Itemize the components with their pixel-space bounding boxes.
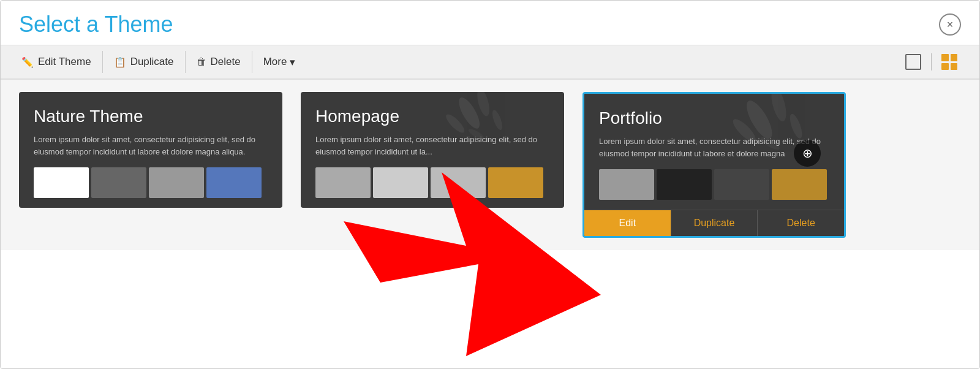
portfolio-swatches: ⊕ <box>599 169 829 200</box>
homepage-swatch-3 <box>431 167 486 198</box>
copy-icon: 📋 <box>114 56 126 68</box>
nature-swatch-4 <box>206 167 262 198</box>
pencil-icon: ✏️ <box>21 56 34 68</box>
portfolio-duplicate-button[interactable]: Duplicate <box>671 210 758 236</box>
close-button[interactable]: × <box>939 13 961 36</box>
theme-card-homepage[interactable]: Homepage Lorem ipsum dolor sit amet, con… <box>301 92 564 208</box>
portfolio-swatch-2 <box>657 169 712 200</box>
single-view-icon <box>905 54 921 70</box>
portfolio-swatch-1 <box>599 169 654 200</box>
nature-theme-desc: Lorem ipsum dolor sit amet, consectetur … <box>34 134 268 158</box>
theme-card-nature[interactable]: Nature Theme Lorem ipsum dolor sit amet,… <box>19 92 282 208</box>
zoom-overlay: ⊕ <box>794 140 821 167</box>
portfolio-card-actions: Edit Duplicate Delete <box>584 210 844 236</box>
view-toggle <box>902 51 961 72</box>
portfolio-card-inner: Portfolio Lorem ipsum dolor sit amet, co… <box>584 94 844 210</box>
nature-theme-name: Nature Theme <box>34 107 268 126</box>
more-button[interactable]: More ▾ <box>252 51 307 74</box>
edit-theme-button[interactable]: ✏️ Edit Theme <box>19 51 103 73</box>
nature-swatch-3 <box>149 167 204 198</box>
portfolio-swatch-3 <box>714 169 769 200</box>
dialog-header: Select a Theme × <box>1 1 979 45</box>
grid-view-button[interactable] <box>938 51 961 72</box>
zoom-icon: ⊕ <box>802 146 813 161</box>
homepage-swatch-4 <box>488 167 543 198</box>
homepage-card-inner: Homepage Lorem ipsum dolor sit amet, con… <box>301 92 564 208</box>
nature-card-inner: Nature Theme Lorem ipsum dolor sit amet,… <box>19 92 282 208</box>
homepage-theme-desc: Lorem ipsum dolor sit amet, consectetur … <box>315 134 549 158</box>
chevron-down-icon: ▾ <box>290 56 295 69</box>
duplicate-button[interactable]: 📋 Duplicate <box>103 51 186 73</box>
homepage-swatches <box>315 167 549 198</box>
portfolio-delete-button[interactable]: Delete <box>757 210 844 236</box>
nature-swatch-2 <box>91 167 146 198</box>
themes-grid: Nature Theme Lorem ipsum dolor sit amet,… <box>19 92 961 238</box>
toolbar-divider <box>931 53 932 70</box>
nature-swatches <box>34 167 268 198</box>
portfolio-theme-name: Portfolio <box>599 108 829 128</box>
nature-swatch-1 <box>34 167 89 198</box>
single-view-button[interactable] <box>902 51 925 72</box>
theme-card-portfolio[interactable]: Portfolio Lorem ipsum dolor sit amet, co… <box>582 92 846 238</box>
portfolio-edit-button[interactable]: Edit <box>584 210 671 236</box>
delete-button[interactable]: 🗑 Delete <box>186 51 252 73</box>
trash-icon: 🗑 <box>197 56 206 67</box>
select-theme-dialog: Select a Theme × ✏️ Edit Theme 📋 Duplica… <box>0 0 980 369</box>
dialog-title: Select a Theme <box>19 12 173 37</box>
homepage-swatch-2 <box>373 167 428 198</box>
homepage-swatch-1 <box>315 167 371 198</box>
toolbar: ✏️ Edit Theme 📋 Duplicate 🗑 Delete More … <box>1 45 979 79</box>
homepage-theme-name: Homepage <box>315 107 549 126</box>
content-area: Nature Theme Lorem ipsum dolor sit amet,… <box>1 79 979 250</box>
portfolio-swatch-4: ⊕ <box>772 169 827 200</box>
grid-view-icon <box>941 54 957 70</box>
